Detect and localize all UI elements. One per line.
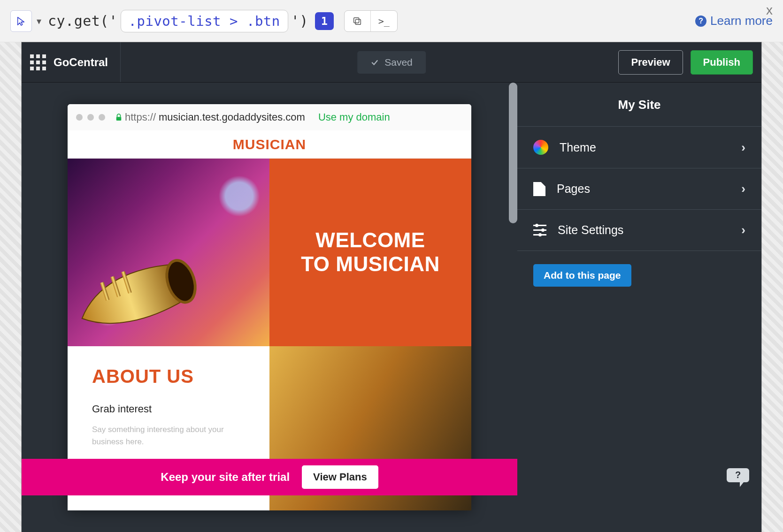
copy-icon <box>352 16 362 26</box>
apps-grid-icon <box>30 54 46 70</box>
app-title: GoCentral <box>54 56 108 69</box>
page-icon <box>533 182 545 196</box>
window-dot-icon <box>87 114 94 121</box>
side-item-theme[interactable]: Theme › <box>517 126 761 168</box>
svg-text:?: ? <box>735 470 741 480</box>
cursor-icon <box>16 16 26 26</box>
window-dot-icon <box>99 114 105 121</box>
hero-image <box>68 159 269 346</box>
svg-rect-2 <box>116 117 122 121</box>
side-panel-list: Theme › Pages › Site Settings › <box>517 126 761 251</box>
gocentral-editor: GoCentral Saved Preview Publish <box>22 42 761 532</box>
editor-side-panel: My Site Theme › Pages › Site Settings › <box>517 83 761 532</box>
about-subhead: Grab interest <box>92 403 245 415</box>
about-paragraph: Say something interesting about your bus… <box>92 424 242 448</box>
cypress-selector-bar: ▾ cy.get(' .pivot-list > .btn ') 1 >_ ? … <box>0 0 783 42</box>
side-item-pages[interactable]: Pages › <box>517 168 761 210</box>
url-host: musician.test.godaddysites.com <box>159 111 305 123</box>
chevron-right-icon: › <box>741 223 745 237</box>
editor-topbar: GoCentral Saved Preview Publish <box>22 42 761 83</box>
url-protocol: https:// <box>125 111 156 123</box>
trial-text: Keep your site after trial <box>161 471 290 484</box>
sliders-icon <box>533 225 546 236</box>
side-item-label: Pages <box>557 182 590 196</box>
app-logo[interactable]: GoCentral <box>30 42 121 82</box>
svg-rect-1 <box>354 17 359 23</box>
chat-help-icon: ? <box>726 466 750 487</box>
chevron-right-icon: › <box>741 140 745 155</box>
trumpet-illustration <box>68 219 236 353</box>
match-count-badge: 1 <box>315 12 334 30</box>
lock-icon <box>115 114 122 121</box>
topbar-actions: Preview Publish <box>618 50 753 75</box>
address-bar: https://musician.test.godaddysites.com <box>115 111 305 123</box>
view-plans-button[interactable]: View Plans <box>302 465 378 489</box>
learn-more-label: Learn more <box>710 14 773 28</box>
learn-more-link[interactable]: ? Learn more <box>695 14 773 28</box>
site-header: MUSICIAN <box>68 130 471 159</box>
hero-line2: TO MUSICIAN <box>301 252 440 276</box>
side-item-site-settings[interactable]: Site Settings › <box>517 210 761 251</box>
app-stage: GoCentral Saved Preview Publish <box>0 42 783 532</box>
hero-welcome-panel: WELCOME TO MUSICIAN <box>269 159 471 346</box>
save-status: Saved <box>357 51 426 74</box>
cy-code-suffix: ') <box>291 13 308 29</box>
caret-down-icon[interactable]: ▾ <box>37 15 41 27</box>
publish-button[interactable]: Publish <box>691 50 753 75</box>
site-title: MUSICIAN <box>233 137 306 152</box>
save-status-label: Saved <box>384 57 413 68</box>
selector-picker-button[interactable] <box>10 10 32 32</box>
selector-actions: >_ <box>344 10 398 32</box>
selector-input[interactable]: .pivot-list > .btn <box>121 10 288 32</box>
color-wheel-icon <box>533 140 548 155</box>
about-heading: ABOUT US <box>92 366 245 387</box>
side-item-label: Theme <box>560 141 596 154</box>
preview-button[interactable]: Preview <box>618 50 683 75</box>
print-to-console-button[interactable]: >_ <box>371 11 397 31</box>
scrollbar-thumb[interactable] <box>509 83 517 223</box>
side-item-label: Site Settings <box>558 223 623 237</box>
cy-code-prefix: cy.get(' <box>48 13 118 29</box>
help-button[interactable]: ? <box>726 466 750 487</box>
chevron-right-icon: › <box>741 182 745 196</box>
preview-browser-chrome: https://musician.test.godaddysites.com U… <box>68 104 471 130</box>
add-to-page-button[interactable]: Add to this page <box>533 264 631 287</box>
check-icon <box>370 58 379 67</box>
terminal-icon: >_ <box>378 15 390 27</box>
trial-banner: Keep your site after trial View Plans <box>22 459 517 495</box>
use-my-domain-link[interactable]: Use my domain <box>318 111 390 123</box>
hero-line1: WELCOME <box>301 228 440 252</box>
side-panel-title: My Site <box>517 98 761 112</box>
cypress-command: cy.get(' .pivot-list > .btn ') <box>48 10 308 32</box>
close-button[interactable]: x <box>766 3 773 18</box>
hero-section: WELCOME TO MUSICIAN <box>68 159 471 346</box>
copy-button[interactable] <box>345 11 371 31</box>
svg-rect-0 <box>356 19 361 24</box>
window-dot-icon <box>76 114 83 121</box>
site-preview-window: https://musician.test.godaddysites.com U… <box>68 104 471 510</box>
help-circle-icon: ? <box>695 15 706 27</box>
